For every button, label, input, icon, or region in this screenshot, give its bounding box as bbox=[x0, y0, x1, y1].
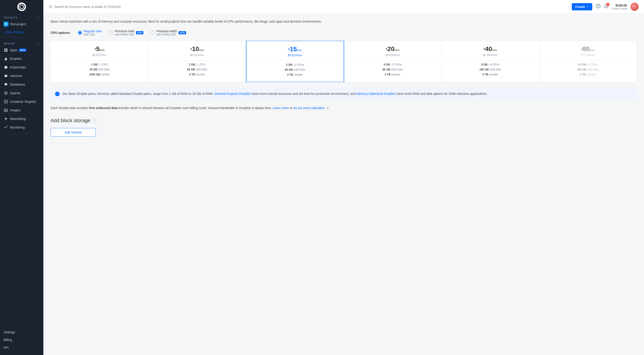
sidebar-item-apps[interactable]: Apps NEW bbox=[0, 46, 43, 54]
main-area: Create 1 $100.00 Promo Credit Basic virt… bbox=[43, 0, 644, 355]
memory-optimized-link[interactable]: Memory-Optimized Droplets bbox=[356, 92, 396, 96]
cpu-option-regular-intel[interactable]: Regular Intel with SSD bbox=[78, 29, 102, 36]
create-button[interactable]: Create bbox=[572, 3, 592, 10]
regular-intel-name: Regular Intel bbox=[84, 29, 102, 33]
databases-icon bbox=[4, 82, 8, 87]
settings-label: Settings bbox=[4, 330, 15, 334]
cpu-option-premium-amd[interactable]: Premium AMD with NVMe SSD NEW bbox=[150, 29, 186, 36]
plan-hourly-40: $0.060/hour bbox=[445, 54, 535, 57]
collapse-icon[interactable] bbox=[37, 16, 40, 19]
sidebar-project-item[interactable]: first-project bbox=[0, 20, 43, 28]
premium-amd-sub: with NVMe SSD bbox=[156, 33, 177, 36]
radio-premium-intel bbox=[109, 31, 113, 35]
general-purpose-link[interactable]: General Purpose Droplets bbox=[214, 92, 251, 96]
cpu-option-premium-intel[interactable]: Premium Intel with NVMe SSD NEW bbox=[109, 29, 144, 36]
sidebar-item-monitoring[interactable]: Monitoring bbox=[0, 123, 43, 132]
sidebar-logo bbox=[0, 0, 43, 14]
plan-specs-40: 8 GB / 4 CPUs 160 GB SSD Disk 5 TB trans… bbox=[445, 62, 535, 77]
sidebar-divider-2 bbox=[0, 134, 43, 134]
networking-icon bbox=[4, 116, 8, 121]
svg-rect-14 bbox=[4, 109, 8, 112]
add-volume-button[interactable]: Add Volume bbox=[50, 128, 96, 137]
plan-card-20[interactable]: $20/mo $0.030/hour 4 GB / 2 CPUs 80 GB S… bbox=[344, 41, 442, 82]
search-icon bbox=[49, 5, 52, 8]
avatar[interactable] bbox=[630, 3, 638, 11]
sidebar-item-api[interactable]: API bbox=[0, 344, 43, 352]
svg-point-21 bbox=[49, 6, 52, 8]
premium-amd-name: Premium AMD bbox=[156, 29, 177, 33]
plan-card-15[interactable]: $15/mo $0.022/hour 2 GB / 2 CPUs 60 GB S… bbox=[246, 41, 344, 82]
sidebar-item-settings[interactable]: Settings bbox=[0, 328, 43, 336]
spaces-label: Spaces bbox=[10, 91, 20, 95]
new-project-label: + New Project bbox=[4, 30, 24, 34]
credit-label: Promo Credit bbox=[612, 7, 627, 10]
container-registry-label: Container Registry bbox=[10, 100, 36, 104]
sidebar-item-networking[interactable]: Networking bbox=[0, 114, 43, 123]
new-project-item[interactable]: + New Project bbox=[0, 28, 43, 36]
plan-hourly-15: $0.022/hour bbox=[250, 54, 340, 57]
notification-badge: 1 bbox=[606, 3, 610, 6]
plan-price-15: $15/mo bbox=[250, 46, 340, 53]
plan-hourly-80: $0.119/hour bbox=[543, 54, 633, 57]
plan-card-5[interactable]: $5/mo $0.007/hour 1 GB / 1 CPU 25 GB SSD… bbox=[51, 41, 148, 82]
transfer-text: Each Droplet plan includes free outbound… bbox=[50, 106, 637, 110]
price-calculator-link[interactable]: try our price calculator. bbox=[293, 106, 325, 110]
premium-intel-badge: NEW bbox=[136, 31, 144, 34]
sidebar-divider-1 bbox=[0, 38, 43, 38]
learn-more-link[interactable]: Learn more bbox=[273, 106, 289, 110]
manage-collapse-icon[interactable] bbox=[37, 42, 40, 45]
apps-label: Apps bbox=[10, 48, 17, 52]
info-box: i Our Basic Droplet plans, formerly call… bbox=[50, 88, 637, 100]
plan-card-40[interactable]: $40/mo $0.060/hour 8 GB / 4 CPUs 160 GB … bbox=[442, 41, 539, 82]
topbar-actions: Create 1 $100.00 Promo Credit bbox=[572, 3, 638, 11]
svg-rect-0 bbox=[5, 23, 6, 24]
projects-section-label: PROJECTS bbox=[0, 14, 43, 20]
plan-hourly-20: $0.030/hour bbox=[348, 54, 438, 57]
sidebar-item-spaces[interactable]: Spaces bbox=[0, 89, 43, 97]
svg-marker-8 bbox=[4, 66, 8, 69]
apps-icon bbox=[4, 48, 8, 52]
networking-label: Networking bbox=[10, 117, 26, 120]
sidebar-item-droplets[interactable]: Droplets bbox=[0, 54, 43, 63]
svg-rect-3 bbox=[6, 24, 7, 25]
sidebar-item-kubernetes[interactable]: Kubernetes bbox=[0, 63, 43, 72]
block-storage-help-icon[interactable]: ? bbox=[92, 118, 97, 123]
description-text: Basic virtual machines with a mix of mem… bbox=[50, 19, 637, 24]
svg-point-15 bbox=[5, 110, 6, 110]
sidebar-item-container-registry[interactable]: Container Registry bbox=[0, 97, 43, 106]
premium-intel-name: Premium Intel bbox=[115, 29, 134, 33]
sidebar-item-billing[interactable]: Billing bbox=[0, 336, 43, 344]
sidebar-item-images[interactable]: Images bbox=[0, 106, 43, 114]
plan-specs-10: 2 GB / 1 CPU 50 GB SSD Disk 2 TB transfe… bbox=[152, 62, 242, 77]
premium-amd-badge: NEW bbox=[178, 31, 186, 34]
plan-price-40: $40/mo bbox=[445, 46, 535, 52]
svg-point-24 bbox=[598, 7, 598, 8]
sidebar-item-databases[interactable]: Databases bbox=[0, 80, 43, 89]
search-input[interactable] bbox=[54, 5, 568, 8]
content-area: Basic virtual machines with a mix of mem… bbox=[43, 14, 644, 355]
droplets-icon bbox=[4, 56, 8, 61]
plan-hourly-5: $0.007/hour bbox=[54, 54, 144, 57]
info-text: Our Basic Droplet plans, formerly called… bbox=[62, 91, 488, 96]
kubernetes-icon bbox=[4, 65, 8, 70]
notifications-btn[interactable]: 1 bbox=[604, 4, 608, 10]
manage-section-label: MANAGE bbox=[0, 40, 43, 46]
help-icon-btn[interactable] bbox=[596, 4, 600, 10]
svg-point-12 bbox=[5, 92, 6, 94]
plan-specs-15: 2 GB / 2 CPUs 60 GB SSD Disk 3 TB transf… bbox=[250, 62, 340, 77]
plan-card-10[interactable]: $10/mo $0.015/hour 2 GB / 1 CPU 50 GB SS… bbox=[148, 41, 246, 82]
plan-price-5: $5/mo bbox=[54, 46, 144, 52]
block-storage-section: Add block storage ? Add Volume bbox=[50, 118, 637, 137]
billing-label: Billing bbox=[4, 338, 12, 342]
help-circle-icon bbox=[596, 4, 600, 8]
api-label: API bbox=[4, 346, 9, 349]
plan-specs-80: 16 GB / 8 CPUs 320 GB SSD Disk 6 TB tran… bbox=[543, 62, 633, 77]
radio-premium-amd bbox=[150, 31, 155, 35]
info-icon: i bbox=[55, 92, 60, 96]
monitoring-label: Monitoring bbox=[10, 126, 24, 129]
svg-rect-6 bbox=[4, 50, 6, 52]
chevron-down-icon bbox=[586, 6, 589, 8]
cpu-options-row: CPU options: Regular Intel with SSD Prem… bbox=[50, 29, 637, 36]
svg-rect-5 bbox=[6, 48, 8, 50]
sidebar-item-volumes[interactable]: Volumes bbox=[0, 72, 43, 80]
